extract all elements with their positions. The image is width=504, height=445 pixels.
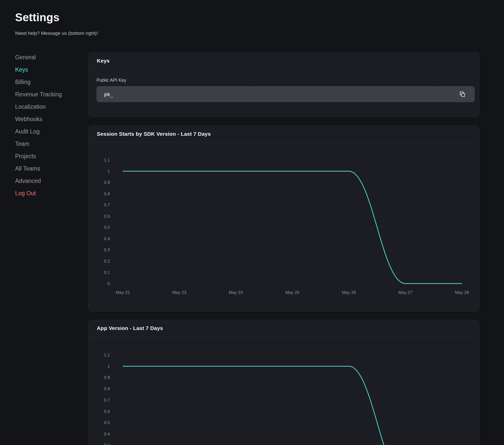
- sidebar: GeneralKeysBillingRevenue TrackingLocali…: [15, 51, 78, 200]
- x-tick-label: May 24: [229, 290, 243, 295]
- y-tick-label: 0.3: [104, 247, 110, 252]
- y-tick-label: 1: [108, 364, 110, 369]
- y-tick-label: 0.1: [104, 270, 110, 275]
- y-tick-label: 0.4: [104, 236, 110, 241]
- x-tick-label: May 28: [455, 290, 469, 295]
- sidebar-item-audit-log[interactable]: Audit Log: [15, 125, 78, 138]
- y-tick-label: 0.4: [104, 432, 110, 436]
- sidebar-item-projects[interactable]: Projects: [15, 150, 78, 162]
- sidebar-item-webhooks[interactable]: Webhooks: [15, 113, 78, 125]
- chart-card-header: Session Starts by SDK Version - Last 7 D…: [88, 126, 479, 142]
- y-tick-label: 1.1: [104, 353, 110, 357]
- chart-card-header: App Version - Last 7 Days: [88, 320, 479, 337]
- sidebar-item-log-out[interactable]: Log Out: [15, 187, 78, 200]
- app-version-chart-card: App Version - Last 7 Days 1.110.90.80.70…: [88, 320, 479, 445]
- y-tick-label: 0.8: [104, 386, 110, 391]
- sidebar-item-advanced[interactable]: Advanced: [15, 175, 78, 187]
- sidebar-item-billing[interactable]: Billing: [15, 76, 78, 88]
- chart-title: Session Starts by SDK Version - Last 7 D…: [97, 131, 211, 137]
- y-tick-label: 0.9: [104, 180, 110, 185]
- sidebar-item-team[interactable]: Team: [15, 138, 78, 150]
- public-api-key-value: pk_: [104, 91, 113, 97]
- y-tick-label: 0.5: [104, 420, 110, 425]
- x-tick-label: May 27: [398, 290, 413, 295]
- keys-card-header: Keys: [88, 53, 479, 69]
- y-tick-label: 0.8: [104, 191, 110, 196]
- settings-page: Settings Need help? Message us (bottom r…: [0, 0, 504, 445]
- x-tick-label: May 22: [116, 290, 130, 295]
- sdk-version-chart-card: Session Starts by SDK Version - Last 7 D…: [88, 126, 479, 312]
- page-subtitle: Need help? Message us (bottom right)!: [15, 31, 98, 36]
- app-version-line-chart: 1.110.90.80.70.60.50.40.30.20.10May 22Ma…: [88, 337, 479, 445]
- public-api-key-field[interactable]: pk_: [97, 86, 475, 102]
- sidebar-item-general[interactable]: General: [15, 51, 78, 64]
- y-tick-label: 1.1: [104, 158, 110, 162]
- y-tick-label: 0.5: [104, 225, 110, 230]
- y-tick-label: 1: [108, 169, 110, 174]
- x-tick-label: May 26: [342, 290, 356, 295]
- series-line-app-version-sessions: [123, 366, 462, 445]
- copy-icon-glyph: [459, 91, 466, 98]
- sdk-version-line-chart: 1.110.90.80.70.60.50.40.30.20.10May 22Ma…: [88, 142, 479, 312]
- sidebar-item-all-teams[interactable]: All Teams: [15, 162, 78, 175]
- y-tick-label: 0: [108, 281, 110, 286]
- y-tick-label: 0.9: [104, 375, 110, 380]
- public-api-key-label: Public API Key: [97, 78, 475, 83]
- chart-title: App Version - Last 7 Days: [97, 325, 163, 331]
- keys-card-title: Keys: [97, 58, 110, 64]
- y-tick-label: 0.6: [104, 214, 110, 219]
- y-tick-label: 0.6: [104, 409, 110, 414]
- keys-card: Keys Public API Key pk_: [88, 52, 479, 117]
- sidebar-item-keys[interactable]: Keys: [15, 64, 78, 76]
- x-tick-label: May 23: [172, 290, 186, 295]
- x-tick-label: May 25: [285, 290, 299, 295]
- y-tick-label: 0.3: [104, 443, 110, 445]
- sidebar-item-revenue-tracking[interactable]: Revenue Tracking: [15, 88, 78, 101]
- page-title: Settings: [15, 11, 59, 24]
- keys-card-body: Public API Key pk_: [88, 69, 479, 102]
- copy-icon[interactable]: [459, 90, 467, 98]
- y-tick-label: 0.7: [104, 398, 110, 403]
- sidebar-item-localization[interactable]: Localization: [15, 101, 78, 113]
- y-tick-label: 0.2: [104, 259, 110, 264]
- y-tick-label: 0.7: [104, 203, 110, 207]
